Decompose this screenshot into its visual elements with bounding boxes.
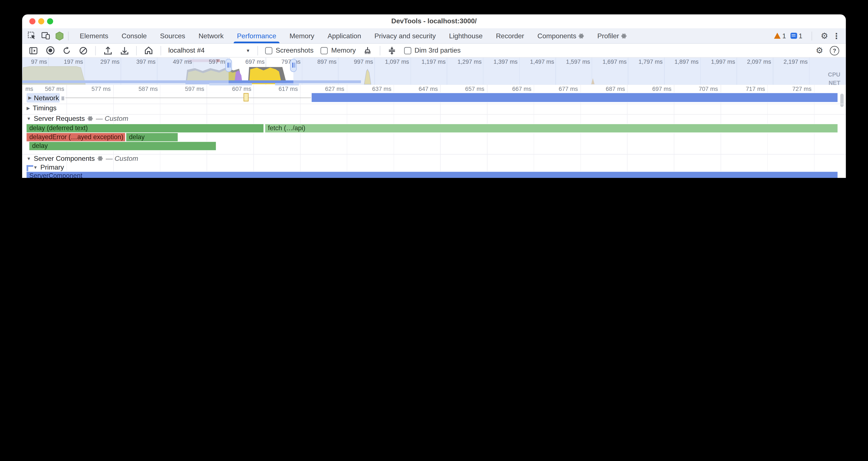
settings-gear-icon[interactable]: ⚙ <box>820 31 828 40</box>
tab-profiler[interactable]: Profiler <box>591 28 633 43</box>
selection-handle-left[interactable] <box>225 59 232 72</box>
divider <box>161 46 161 55</box>
kebab-menu-icon[interactable]: ⋮ <box>833 31 840 40</box>
track-header-timings[interactable]: ▶Timings <box>27 104 56 112</box>
overview-tick: 2,197 ms <box>774 58 808 65</box>
overview-tick: 997 ms <box>340 58 373 65</box>
tab-components[interactable]: Components <box>531 28 591 43</box>
inspect-element-icon[interactable] <box>27 31 36 40</box>
overview-tick: 2,097 ms <box>738 58 771 65</box>
checkbox-icon <box>404 47 411 54</box>
timeline-overview[interactable]: 97 ms 197 ms 297 ms 397 ms 497 ms 597 ms… <box>22 58 846 86</box>
tabbar-right-cluster: 1 1 ⚙ ⋮ <box>774 31 846 40</box>
message-icon <box>790 33 797 39</box>
overview-tick: 597 ms <box>195 58 228 65</box>
selection-handle-right[interactable] <box>290 59 297 72</box>
profile-select[interactable]: localhost #4 ▼ <box>168 47 250 54</box>
flame-chart-tracks[interactable]: ▶Network ▶Timings ▼ Server Requests — Cu… <box>22 93 846 178</box>
memory-checkbox[interactable]: Memory <box>321 47 356 54</box>
tab-console[interactable]: Console <box>115 28 153 43</box>
window-titlebar: DevTools - localhost:3000/ <box>22 14 846 28</box>
clear-recording-button[interactable] <box>79 46 88 55</box>
overview-tick: 1,697 ms <box>593 58 627 65</box>
tab-performance[interactable]: Performance <box>230 28 283 43</box>
collapse-arrow-icon: ▼ <box>27 156 31 161</box>
capture-settings-gear-icon[interactable]: ⚙ <box>816 46 823 55</box>
divider <box>811 31 812 40</box>
device-toolbar-icon[interactable] <box>41 31 50 40</box>
flame-bar[interactable]: ServerComponent <box>27 172 837 178</box>
ruler-tick: 707 ms <box>685 85 718 92</box>
record-button[interactable] <box>45 46 55 55</box>
tab-memory[interactable]: Memory <box>283 28 321 43</box>
divider <box>136 46 137 55</box>
divider <box>22 154 846 154</box>
warnings-badge[interactable]: 1 <box>774 32 786 39</box>
collapse-arrow-icon: ▼ <box>27 116 31 121</box>
ruler-tick: 697 ms <box>638 85 672 92</box>
tab-recorder[interactable]: Recorder <box>489 28 531 43</box>
ruler-tick: 677 ms <box>545 85 578 92</box>
home-icon[interactable] <box>144 46 153 55</box>
flame-bar[interactable]: delayedError (…ayed exception) <box>27 133 125 141</box>
react-atom-icon <box>97 156 103 161</box>
network-request-line <box>65 97 312 98</box>
ruler-tick: 687 ms <box>592 85 625 92</box>
network-request-bar[interactable] <box>312 93 837 102</box>
tab-elements[interactable]: Elements <box>73 28 115 43</box>
divider <box>95 46 96 55</box>
toggle-sidebar-icon[interactable] <box>29 46 38 55</box>
net-lane-label: NET <box>829 79 840 86</box>
scrollbar-thumb[interactable] <box>840 94 844 107</box>
overview-tick: 1,297 ms <box>448 58 482 65</box>
screenshots-checkbox[interactable]: Screenshots <box>265 47 313 54</box>
overview-tick: 197 ms <box>50 58 83 65</box>
ruler-tick: 567 ms <box>31 85 64 92</box>
save-profile-icon[interactable] <box>120 46 129 55</box>
overview-tick: 1,897 ms <box>665 58 699 65</box>
flame-bar[interactable]: fetch (…/api) <box>265 124 837 133</box>
timeline-ruler[interactable]: ms 567 ms 577 ms 587 ms 597 ms 607 ms 61… <box>22 85 846 93</box>
collapse-tracks-icon[interactable] <box>388 46 397 55</box>
overview-tick: 497 ms <box>159 58 192 65</box>
ruler-tick: 637 ms <box>358 85 392 92</box>
flame-bar[interactable]: delay (deferred text) <box>27 124 264 133</box>
toolbar-right-cluster: ⚙ ? <box>816 46 846 55</box>
overview-tick: 1,097 ms <box>376 58 409 65</box>
track-header-network[interactable]: ▶Network <box>27 93 60 103</box>
track-group-primary[interactable]: ▼Primary <box>33 164 64 171</box>
track-header-server-components[interactable]: ▼ Server Components — Custom <box>27 154 138 162</box>
ruler-tick: 667 ms <box>498 85 532 92</box>
tab-application[interactable]: Application <box>321 28 368 43</box>
divider <box>68 31 69 40</box>
ruler-tick: 717 ms <box>732 85 765 92</box>
collapse-arrow-icon: ▼ <box>33 165 38 170</box>
overview-tick: 1,597 ms <box>557 58 590 65</box>
overview-tick: 397 ms <box>122 58 156 65</box>
ruler-tick: 657 ms <box>451 85 485 92</box>
devtools-window: DevTools - localhost:3000/ Elements Cons… <box>22 14 846 178</box>
reload-and-record-button[interactable] <box>62 46 71 55</box>
tab-privacy-and-security[interactable]: Privacy and security <box>368 28 442 43</box>
collect-garbage-icon[interactable] <box>363 46 372 55</box>
window-title: DevTools - localhost:3000/ <box>22 17 846 25</box>
network-event-marker[interactable] <box>244 93 248 102</box>
track-header-server-requests[interactable]: ▼ Server Requests — Custom <box>27 115 128 122</box>
load-profile-icon[interactable] <box>103 46 112 55</box>
ruler-tick: 607 ms <box>218 85 251 92</box>
tab-lighthouse[interactable]: Lighthouse <box>442 28 489 43</box>
flame-bar[interactable]: delay <box>29 142 216 150</box>
tab-sources[interactable]: Sources <box>153 28 192 43</box>
help-icon[interactable]: ? <box>830 46 839 55</box>
ruler-tick: 597 ms <box>171 85 205 92</box>
overview-tick: 697 ms <box>231 58 265 65</box>
messages-badge[interactable]: 1 <box>790 32 802 39</box>
flame-bar[interactable]: delay <box>126 133 178 141</box>
track-drag-handle[interactable] <box>62 96 64 100</box>
react-atom-icon <box>579 33 584 38</box>
overview-tick: 1,997 ms <box>702 58 735 65</box>
tab-network[interactable]: Network <box>192 28 230 43</box>
node-icon[interactable] <box>55 31 64 40</box>
divider <box>379 46 380 55</box>
dim-3rd-parties-checkbox[interactable]: Dim 3rd parties <box>404 47 461 54</box>
